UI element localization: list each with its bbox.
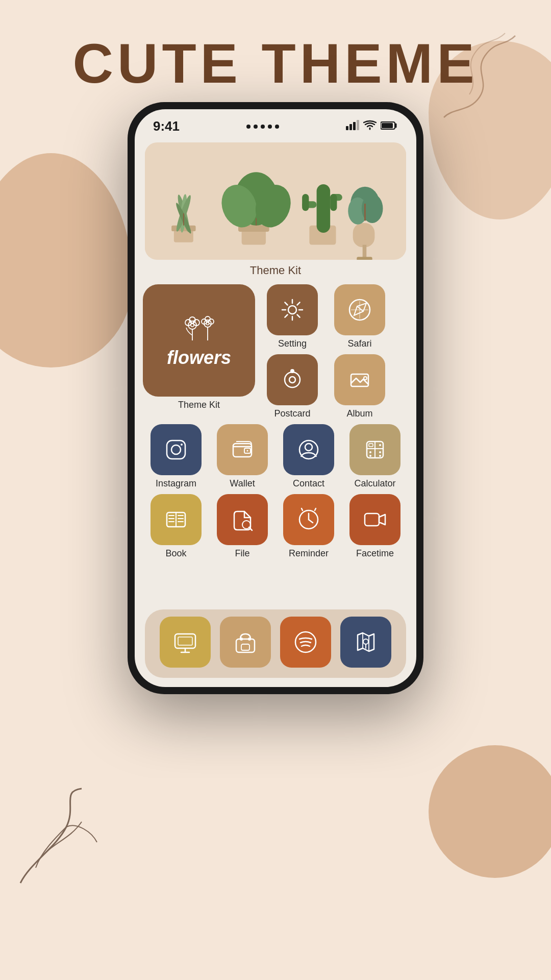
svg-rect-23 (302, 194, 309, 211)
app-label-wallet: Wallet (230, 478, 255, 489)
app-label-setting: Setting (278, 338, 307, 349)
bg-shape-bottom-right (429, 745, 551, 878)
app-item-calculator[interactable]: Calculator (345, 424, 405, 489)
app-item-safari[interactable]: Safari (330, 284, 390, 349)
svg-rect-19 (317, 184, 331, 233)
flower-svg (176, 312, 222, 343)
app-label-calculator: Calculator (354, 478, 395, 489)
app-row-4: Book File (135, 494, 416, 559)
svg-rect-55 (167, 440, 185, 459)
gear-icon (280, 297, 305, 323)
dock (145, 609, 406, 678)
app-label-book: Book (165, 548, 186, 559)
app-label-postcard: Postcard (274, 408, 310, 419)
flowers-app-item[interactable]: flowers Theme Kit (143, 284, 255, 410)
svg-rect-21 (330, 194, 337, 211)
app-item-album[interactable]: Album (330, 354, 390, 419)
video-icon (362, 506, 388, 533)
flowers-app-icon[interactable]: flowers (143, 284, 255, 397)
dock-icon-tv[interactable] (160, 617, 211, 668)
app-icon-book[interactable] (151, 494, 202, 545)
app-icon-wallet[interactable] (217, 424, 268, 475)
svg-point-50 (285, 372, 300, 387)
app-item-postcard[interactable]: Postcard (262, 354, 322, 419)
app-item-setting[interactable]: Setting (262, 284, 322, 349)
clock-icon (295, 506, 322, 533)
compass-icon (347, 297, 372, 323)
svg-point-37 (191, 324, 194, 327)
maps-icon (353, 629, 379, 655)
svg-rect-66 (369, 444, 373, 447)
app-label-album: Album (346, 408, 372, 419)
file-icon (229, 506, 256, 533)
app-icon-instagram[interactable] (151, 424, 202, 475)
signal-icon (346, 120, 359, 133)
app-icon-safari[interactable] (334, 284, 385, 335)
app-icon-contact[interactable] (283, 424, 334, 475)
app-icon-file[interactable] (217, 494, 268, 545)
svg-point-69 (369, 451, 371, 453)
album-icon (347, 367, 372, 393)
tv-icon (172, 629, 198, 655)
app-icon-album[interactable] (334, 354, 385, 405)
book-icon (163, 506, 189, 533)
svg-line-49 (357, 306, 363, 311)
svg-point-43 (207, 323, 209, 325)
app-label-safari: Safari (347, 338, 371, 349)
store-icon (232, 629, 259, 655)
app-label-reminder: Reminder (289, 548, 329, 559)
app-icon-postcard[interactable] (267, 354, 318, 405)
app-item-contact[interactable]: Contact (279, 424, 339, 489)
app-item-reminder[interactable]: Reminder (279, 494, 339, 559)
svg-rect-58 (233, 444, 252, 457)
app-icon-facetime[interactable] (349, 494, 400, 545)
app-icon-calculator[interactable] (349, 424, 400, 475)
hero-widget (145, 142, 406, 260)
app-icon-setting[interactable] (267, 284, 318, 335)
svg-rect-3 (357, 120, 359, 130)
svg-point-71 (379, 455, 381, 457)
contact-icon (295, 436, 322, 463)
svg-point-85 (248, 638, 251, 641)
app-item-wallet[interactable]: Wallet (212, 424, 272, 489)
svg-rect-86 (241, 644, 249, 650)
instagram-icon (163, 436, 189, 463)
dock-item-tv[interactable] (155, 617, 215, 671)
wallet-icon (229, 436, 256, 463)
notch-dot (246, 125, 251, 129)
app-item-facetime[interactable]: Facetime (345, 494, 405, 559)
notch-dot (268, 125, 272, 129)
app-label-facetime: Facetime (356, 548, 394, 559)
svg-rect-24 (353, 223, 375, 247)
svg-point-40 (205, 316, 210, 322)
flowers-app-label: Theme Kit (178, 400, 220, 410)
svg-rect-0 (346, 126, 348, 130)
status-bar: 9:41 (135, 109, 416, 138)
svg-point-57 (181, 444, 183, 446)
dock-icon-store[interactable] (220, 617, 271, 668)
status-notch (246, 125, 279, 129)
notch-dot (275, 125, 279, 129)
svg-rect-78 (365, 513, 379, 526)
app-item-book[interactable]: Book (146, 494, 206, 559)
app-item-file[interactable]: File (212, 494, 272, 559)
svg-rect-26 (357, 257, 372, 260)
page-title: CUTE THEME (0, 31, 551, 95)
svg-rect-82 (178, 637, 192, 645)
dock-icon-maps[interactable] (340, 617, 391, 668)
svg-point-84 (240, 638, 243, 641)
dock-item-maps[interactable] (336, 617, 396, 671)
svg-point-60 (247, 450, 248, 452)
svg-rect-2 (353, 122, 356, 130)
svg-rect-5 (382, 123, 393, 128)
hero-widget-label: Theme Kit (135, 264, 416, 277)
dock-item-store[interactable] (215, 617, 276, 671)
dock-icon-spotify[interactable] (280, 617, 331, 668)
dock-item-spotify[interactable] (276, 617, 336, 671)
svg-rect-1 (349, 124, 352, 130)
battery-icon (381, 120, 398, 133)
app-item-instagram[interactable]: Instagram (146, 424, 206, 489)
app-icon-reminder[interactable] (283, 494, 334, 545)
app-label-contact: Contact (293, 478, 324, 489)
svg-point-68 (379, 451, 381, 453)
